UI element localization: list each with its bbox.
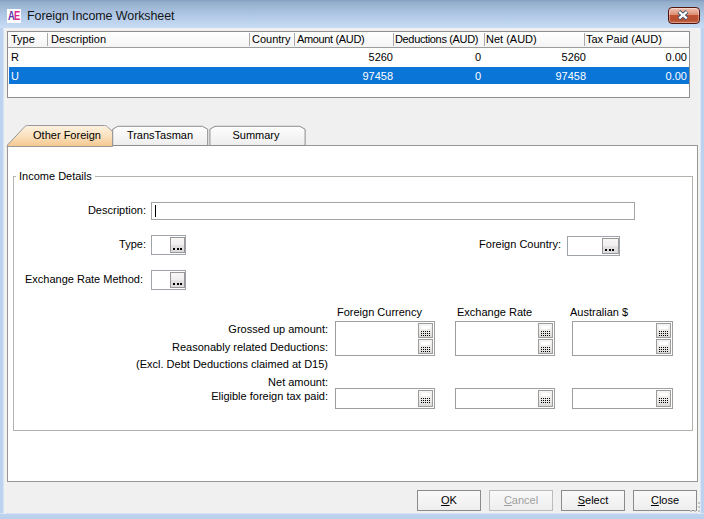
svg-text:TransTasman: TransTasman	[127, 129, 193, 141]
svg-text:Summary: Summary	[232, 129, 280, 141]
svg-text:Other Foreign: Other Foreign	[33, 129, 101, 141]
